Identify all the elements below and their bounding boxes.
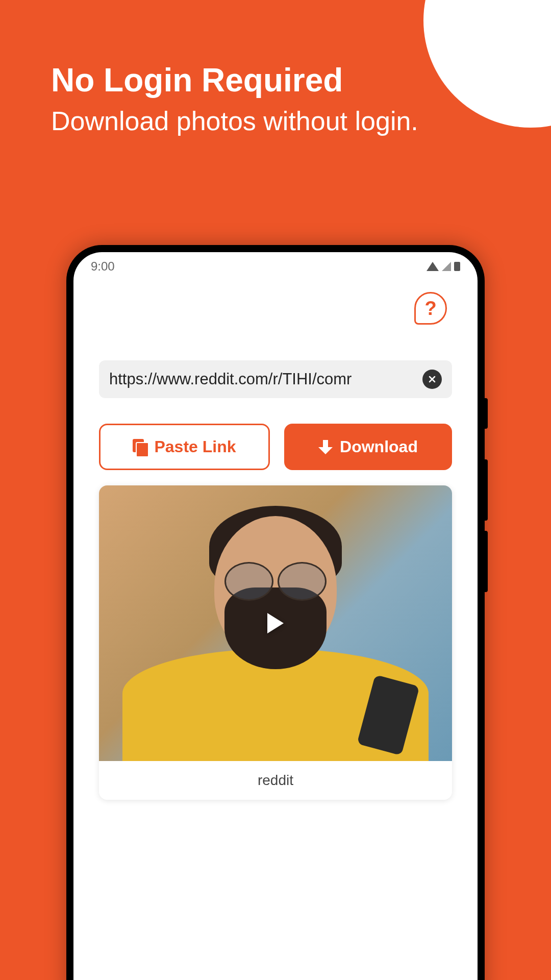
paste-link-label: Paste Link [154, 437, 236, 456]
help-row: ? [99, 292, 452, 325]
phone-screen: 9:00 ? [73, 252, 478, 980]
download-label: Download [340, 437, 418, 456]
url-input-container [99, 360, 452, 398]
download-button[interactable]: Download [284, 424, 452, 470]
help-icon[interactable]: ? [414, 292, 447, 325]
phone-side-button [485, 531, 488, 592]
wifi-icon [427, 262, 439, 271]
promo-title: No Login Required [51, 61, 500, 99]
video-card: reddit [99, 485, 452, 800]
clear-icon[interactable] [422, 370, 442, 389]
status-icons [427, 262, 460, 271]
status-bar: 9:00 [73, 252, 478, 277]
video-preview[interactable] [99, 485, 452, 761]
battery-icon [454, 262, 460, 271]
paste-icon [133, 439, 147, 455]
url-input[interactable] [109, 370, 416, 388]
paste-link-button[interactable]: Paste Link [99, 424, 270, 470]
phone-side-button [485, 459, 488, 521]
signal-icon [442, 262, 451, 271]
phone-frame: 9:00 ? [66, 245, 485, 980]
play-icon [267, 613, 284, 633]
phone-side-button [485, 398, 488, 429]
app-content: ? Paste Link Downl [73, 277, 478, 815]
download-icon [318, 440, 333, 454]
promo-subtitle: Download photos without login. [51, 104, 500, 139]
video-label: reddit [99, 761, 452, 800]
status-time: 9:00 [91, 259, 115, 274]
button-row: Paste Link Download [99, 424, 452, 470]
